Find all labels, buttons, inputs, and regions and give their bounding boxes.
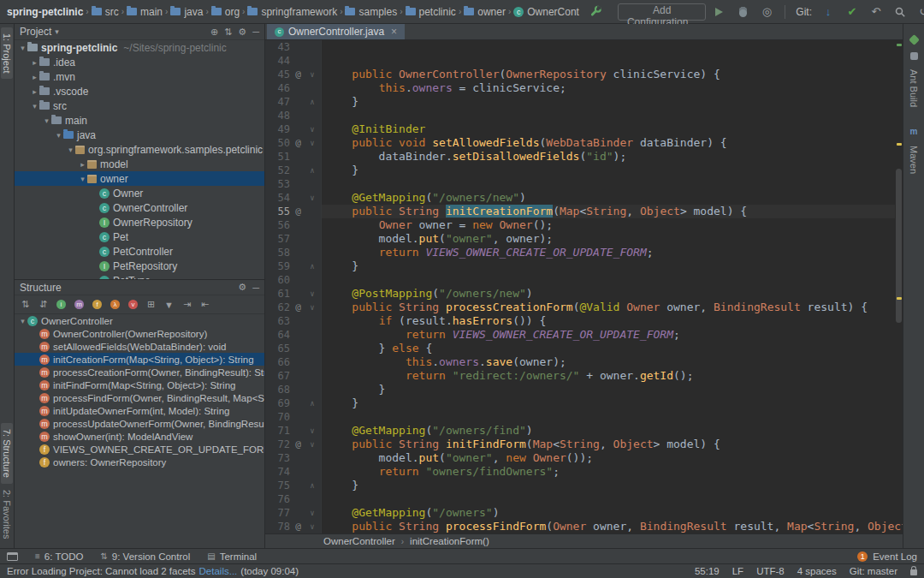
nav-item-class[interactable]: cOwnerCont — [513, 6, 579, 18]
fold-marker-icon[interactable]: ∨ — [305, 520, 319, 533]
project-tree-item[interactable]: ▾owner — [15, 171, 264, 186]
structure-panel-title[interactable]: Structure — [20, 282, 62, 294]
code-line[interactable]: 70 — [265, 410, 895, 424]
code-line[interactable]: 52∧ } — [265, 164, 895, 177]
line-separator[interactable]: LF — [732, 566, 743, 576]
git-update-icon[interactable]: ↓ — [819, 3, 838, 21]
nav-item-java[interactable]: java — [170, 6, 203, 18]
nav-project-name[interactable]: spring-petclinic — [7, 6, 83, 18]
breadcrumb-item[interactable]: initCreationForm() — [410, 536, 489, 546]
structure-tree-item[interactable]: mprocessUpdateOwnerForm(Owner, BindingRe… — [15, 417, 264, 430]
project-tree-item[interactable]: ▾java — [15, 128, 264, 142]
expand-arrow-icon[interactable]: ▾ — [30, 102, 39, 110]
code-line[interactable]: 58 return VIEWS_OWNER_CREATE_OR_UPDATE_F… — [265, 246, 895, 259]
code-line[interactable]: 75∧ } — [265, 479, 895, 492]
sort-alphabetically-icon[interactable]: ⇅ — [19, 298, 32, 311]
expand-arrow-icon[interactable]: ▸ — [30, 73, 39, 81]
project-tree-item[interactable]: ▸.idea — [15, 55, 264, 69]
file-encoding[interactable]: UTF-8 — [756, 566, 785, 576]
wrench-icon[interactable] — [589, 5, 602, 18]
code-line[interactable]: 65 } else { — [265, 342, 895, 355]
structure-tree-item[interactable]: minitCreationForm(Map<String, Object>): … — [15, 353, 264, 366]
code-line[interactable]: 78@∨ public String processFindForm(Owner… — [265, 520, 895, 533]
project-tree-item[interactable]: IPetRepository — [15, 259, 264, 273]
fold-marker-icon[interactable]: ∨ — [305, 191, 319, 205]
inspection-status-icon[interactable] — [909, 34, 920, 45]
editor-scrollbar[interactable] — [895, 40, 903, 533]
expand-arrow-icon[interactable]: ▾ — [78, 175, 87, 183]
code-line[interactable]: 53 — [265, 177, 895, 191]
code-line[interactable]: 77∨ @GetMapping("/owners") — [265, 506, 895, 520]
code-line[interactable]: 49∨ @InitBinder — [265, 122, 895, 136]
structure-tree-item[interactable]: ▾cOwnerController — [15, 314, 264, 327]
code-line[interactable]: 43 — [265, 40, 895, 54]
project-tree-item[interactable]: ▸.mvn — [15, 69, 264, 84]
structure-tree-item[interactable]: mprocessFindForm(Owner, BindingResult, M… — [15, 391, 264, 404]
nav-item-src[interactable]: src — [92, 6, 119, 18]
filter-icon[interactable]: ▼ — [163, 298, 175, 311]
fold-marker-icon[interactable]: ∨ — [305, 424, 319, 438]
git-commit-icon[interactable]: ✔ — [843, 3, 862, 21]
expand-arrow-icon[interactable]: ▾ — [42, 116, 51, 125]
project-tree-item[interactable]: cOwner — [15, 186, 264, 200]
code-line[interactable]: 57 model.put("owner", owner); — [265, 232, 895, 246]
structure-tree-item[interactable]: mOwnerController(OwnerRepository) — [15, 327, 264, 340]
sort-by-visibility-icon[interactable]: ⇵ — [37, 298, 50, 311]
nav-item-owner[interactable]: owner — [464, 6, 506, 18]
run-icon[interactable] — [709, 3, 728, 21]
fold-marker-icon[interactable]: ∨ — [305, 506, 319, 520]
fold-marker-icon[interactable]: ∨ — [305, 438, 319, 451]
hide-panel-icon[interactable]: ─ — [252, 283, 259, 293]
expand-collapse-icon[interactable]: ⇅ — [224, 27, 232, 38]
expand-arrow-icon[interactable]: ▾ — [18, 317, 27, 325]
override-marker-icon[interactable]: @ — [291, 438, 305, 451]
details-link[interactable]: Details... — [199, 566, 238, 576]
code-line[interactable]: 67 return "redirect:/owners/" + owner.ge… — [265, 369, 895, 383]
highlighting-level-icon[interactable] — [910, 569, 917, 575]
project-tree-item[interactable]: ▸model — [15, 157, 264, 171]
stripe-project[interactable]: 1: Project — [1, 27, 13, 79]
nav-item-org[interactable]: org — [211, 6, 240, 18]
show-fields-icon[interactable]: f — [91, 298, 104, 311]
version-control-button[interactable]: ⇅9: Version Control — [100, 551, 190, 562]
override-marker-icon[interactable]: @ — [291, 520, 305, 533]
expand-arrow-icon[interactable]: ▾ — [18, 44, 27, 52]
event-log-button[interactable]: 1 Event Log — [857, 551, 917, 562]
undo-icon[interactable]: ↺ — [915, 3, 924, 21]
code-line[interactable]: 63 if (result.hasErrors()) { — [265, 314, 895, 328]
structure-tree-item[interactable]: msetAllowedFields(WebDataBinder): void — [15, 340, 264, 353]
select-opened-file-icon[interactable]: ⊕ — [210, 27, 218, 38]
code-line[interactable]: 47∧ } — [265, 95, 895, 109]
show-inherited-icon[interactable]: v — [127, 298, 139, 311]
expand-arrow-icon[interactable]: ▸ — [78, 160, 87, 169]
project-tree-item[interactable]: ▸.vscode — [15, 84, 264, 98]
code-editor[interactable]: 434445@∨ public OwnerController(OwnerRep… — [265, 40, 903, 533]
code-line[interactable]: 71∨ @GetMapping("/owners/find") — [265, 424, 895, 438]
override-marker-icon[interactable]: @ — [291, 136, 305, 150]
coverage-icon[interactable]: ◎ — [757, 3, 776, 21]
code-line[interactable]: 61∨ @PostMapping("/owners/new") — [265, 287, 895, 301]
structure-tree-item[interactable]: fVIEWS_OWNER_CREATE_OR_UPDATE_FORM: Stri… — [15, 443, 264, 456]
override-marker-icon[interactable]: @ — [291, 301, 305, 314]
git-branch[interactable]: Git: master — [850, 566, 897, 576]
indent-size[interactable]: 4 spaces — [797, 566, 837, 576]
code-line[interactable]: 69∧ } — [265, 396, 895, 410]
expand-arrow-icon[interactable]: ▸ — [30, 87, 39, 96]
project-tree-item[interactable]: ▾src — [15, 98, 264, 113]
code-line[interactable]: 55@ public String initCreationForm(Map<S… — [265, 205, 895, 218]
close-tab-icon[interactable]: × — [391, 26, 397, 38]
code-line[interactable]: 45@∨ public OwnerController(OwnerReposit… — [265, 68, 895, 81]
nav-item-samples[interactable]: samples — [345, 6, 397, 18]
code-line[interactable]: 62@∨ public String processCreationForm(@… — [265, 301, 895, 314]
stripe-maven[interactable]: mMaven — [908, 127, 920, 180]
stripe-ant-build[interactable]: Ant Build — [908, 52, 920, 113]
code-line[interactable]: 51 dataBinder.setDisallowedFields("id"); — [265, 150, 895, 164]
debug-icon[interactable] — [733, 3, 752, 21]
code-line[interactable]: 72@∨ public String initFindForm(Map<Stri… — [265, 438, 895, 451]
project-tree-item[interactable]: cPetController — [15, 244, 264, 259]
todo-button[interactable]: ≡6: TODO — [35, 551, 83, 562]
project-tree-item[interactable]: ▾org.springframework.samples.petclinic — [15, 142, 264, 157]
breadcrumb-item[interactable]: OwnerController — [323, 536, 395, 546]
override-marker-icon[interactable]: @ — [291, 68, 305, 81]
fold-marker-icon[interactable]: ∨ — [305, 301, 319, 314]
